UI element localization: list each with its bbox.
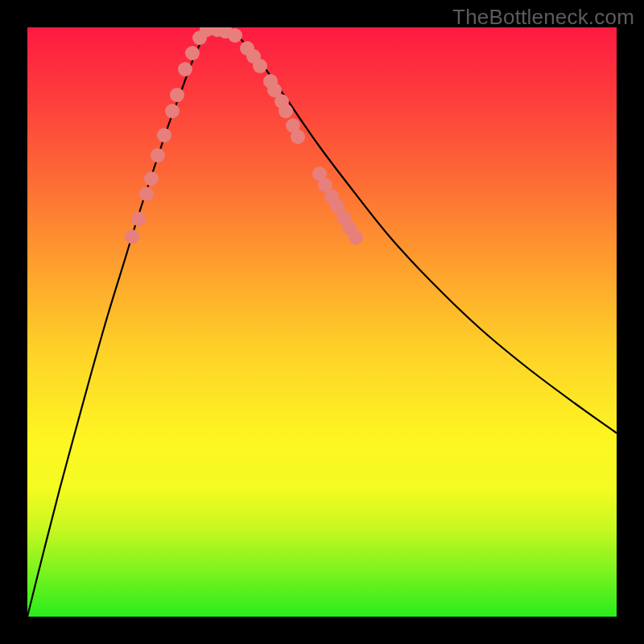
data-marker xyxy=(291,130,305,144)
data-marker xyxy=(279,104,293,118)
chart-svg xyxy=(27,27,617,617)
bottleneck-curve xyxy=(27,31,617,617)
data-marker xyxy=(336,210,351,225)
data-marker xyxy=(192,31,207,45)
data-marker xyxy=(267,83,282,97)
data-marker xyxy=(125,229,139,244)
data-marker xyxy=(170,88,184,102)
data-markers xyxy=(125,27,363,245)
watermark-text: TheBottleneck.com xyxy=(452,5,634,30)
data-marker xyxy=(342,221,357,235)
data-marker xyxy=(324,189,339,204)
data-marker xyxy=(210,27,225,37)
data-marker xyxy=(228,28,242,43)
data-marker xyxy=(312,167,327,181)
data-marker xyxy=(200,27,214,37)
data-marker xyxy=(240,41,254,56)
data-marker xyxy=(185,46,200,60)
data-marker xyxy=(330,199,345,213)
data-marker xyxy=(218,27,233,39)
data-marker xyxy=(253,59,267,73)
data-marker xyxy=(139,187,154,201)
data-marker xyxy=(246,49,261,64)
data-marker xyxy=(131,212,146,226)
data-marker xyxy=(286,118,300,133)
chart-plot-area xyxy=(27,27,617,617)
data-marker xyxy=(263,74,278,89)
data-marker xyxy=(318,178,332,192)
data-marker xyxy=(157,128,171,142)
data-marker xyxy=(275,94,289,109)
data-marker xyxy=(165,104,180,118)
data-marker xyxy=(144,171,159,186)
data-marker xyxy=(349,230,363,245)
data-marker xyxy=(178,62,192,76)
data-marker xyxy=(151,148,165,163)
